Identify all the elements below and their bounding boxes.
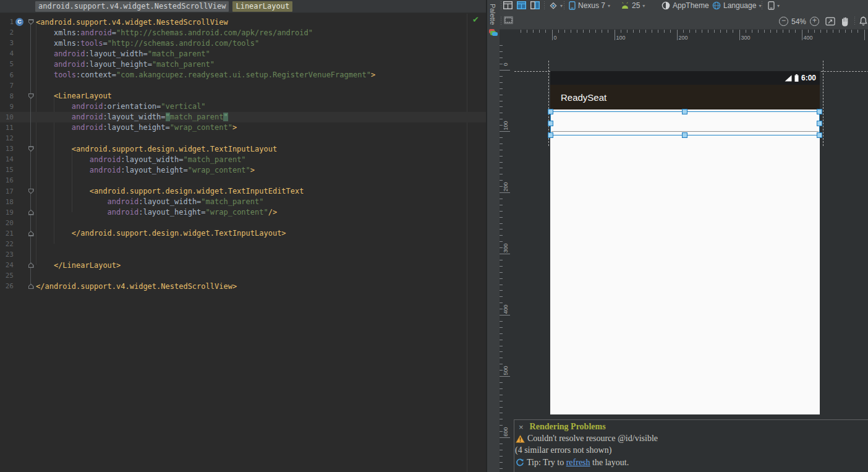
design-toolbar: ▾ Nexus 7 ▾ 25 ▾ AppTheme Language ▾ [500,0,868,30]
fold-collapse-icon[interactable] [28,146,34,152]
code-line[interactable]: 9 android:orientation="vertical" [0,101,486,112]
code-line[interactable]: 20 [0,218,486,228]
code-line[interactable]: 10 android:layout_width="match_parent" [0,112,486,122]
breadcrumb-chip[interactable]: LinearLayout [232,1,292,12]
code-text: xmlns:tools="http://schemas.android.com/… [36,39,259,48]
zoom-out-button[interactable]: − [779,17,788,26]
code-line[interactable]: 26</android.support.v4.widget.NestedScro… [0,281,486,291]
code-line[interactable]: 18 android:layout_width="match_parent" [0,197,486,207]
phone-icon [569,1,576,10]
ruler-label: 0 [554,35,557,41]
line-number: 18 [0,198,14,206]
class-gutter-icon[interactable]: C [15,18,23,26]
ruler-label: 200 [503,182,509,191]
resize-handle-left[interactable] [548,121,553,126]
code-line[interactable]: 16 [0,175,486,186]
screen-mode-button[interactable] [503,15,514,25]
code-line[interactable]: 13 <android.support.design.widget.TextIn… [0,144,486,154]
fold-collapse-icon[interactable] [28,189,34,194]
fold-collapse-icon[interactable] [28,93,34,99]
code-line[interactable]: 6 tools:context="com.akangcupez.readysea… [0,69,486,80]
resize-handle-top-center[interactable] [682,109,687,114]
resize-handle-top-left[interactable] [548,109,553,114]
fold-end-icon[interactable] [28,283,34,289]
breadcrumb-chip[interactable]: android.support.v4.widget.NestedScrollVi… [35,1,229,12]
code-line[interactable]: 4 android:layout_width="match_parent" [0,48,486,59]
line-number: 23 [0,251,14,259]
language-selector[interactable]: Language ▾ [712,1,761,10]
line-number: 20 [0,219,14,227]
inspection-ok-icon[interactable]: ✔ [472,15,479,24]
resize-handle-bottom-right[interactable] [817,132,822,138]
code-line[interactable]: 21 </android.support.design.widget.TextI… [0,228,486,239]
code-line[interactable]: 25 [0,270,486,281]
line-number: 16 [0,176,14,184]
code-text: <LinearLayout [36,92,112,100]
code-text: android:layout_height="wrap_content"> [36,166,255,174]
notifications-button[interactable] [859,16,868,27]
code-line[interactable]: 22 [0,239,486,249]
code-line[interactable]: 11 android:layout_height="wrap_content"> [0,122,486,133]
code-text: tools:context="com.akangcupez.readyseat.… [36,71,375,79]
blueprint-view-button[interactable] [517,1,526,9]
api-level-label: 25 [632,1,640,10]
problem-error-text: Couldn't resolve resource @id/visible [527,434,658,444]
design-view-button[interactable] [503,1,513,9]
code-line[interactable]: 17 <android.support.design.widget.TextIn… [0,186,486,197]
code-text: <android.support.design.widget.TextInput… [36,145,277,153]
resize-handle-bottom-left[interactable] [548,132,553,138]
theme-selector[interactable]: AppTheme [662,1,709,10]
fold-end-icon[interactable] [28,210,34,215]
wifi-icon [785,75,792,82]
device-selector[interactable]: Nexus 7 ▾ [569,1,610,10]
zoom-to-fit-button[interactable] [825,17,835,26]
resize-handle-right[interactable] [817,121,822,126]
rendering-problems-panel: × Rendering Problems Couldn't resolve re… [514,419,868,472]
line-number: 17 [0,187,14,195]
line-number: 5 [0,60,14,68]
ruler-label: 100 [503,121,509,130]
fold-end-icon[interactable] [28,262,34,268]
code-line[interactable]: 24 </LinearLayout> [0,260,486,270]
ruler-label: 400 [503,304,509,314]
refresh-link[interactable]: refresh [566,458,590,467]
orientation-button[interactable]: ▾ [549,1,563,10]
close-icon[interactable]: × [519,423,524,432]
both-views-button[interactable] [530,1,540,9]
code-line[interactable]: 14 android:layout_width="match_parent" [0,154,486,165]
line-number: 19 [0,208,14,217]
horizontal-ruler: 0100200300400 [514,30,868,42]
chevron-down-icon: ▾ [759,3,761,9]
fold-end-icon[interactable] [28,231,34,236]
fold-collapse-icon[interactable] [28,19,34,25]
vertical-ruler: 0100200300400500600 [500,42,514,472]
code-line[interactable]: 7 [0,80,486,91]
resize-handle-top-right[interactable] [817,109,822,114]
code-text: <android.support.design.widget.TextInput… [36,187,304,195]
api-level-selector[interactable]: 25 ▾ [621,1,645,10]
line-number: 13 [0,145,14,153]
xml-editor-panel: android.support.v4.widget.NestedScrollVi… [0,0,486,472]
code-line[interactable]: 15 android:layout_height="wrap_content"> [0,165,486,175]
code-editor[interactable]: 1C<android.support.v4.widget.NestedScrol… [0,14,486,472]
code-text: </android.support.design.widget.TextInpu… [36,229,286,238]
preview-app-bar: ReadySeat [550,85,820,109]
line-number: 15 [0,166,14,174]
code-line[interactable]: 5 android:layout_height="match_parent" [0,59,486,69]
virtual-device-selector[interactable]: ▾ [768,1,780,10]
code-line[interactable]: 12 [0,133,486,144]
pan-button[interactable] [840,16,850,27]
warning-icon [516,435,525,443]
code-line[interactable]: 2 xmlns:android="http://schemas.android.… [0,27,486,38]
code-line[interactable]: 1C<android.support.v4.widget.NestedScrol… [0,17,486,27]
code-line[interactable]: 23 [0,249,486,260]
palette-tab[interactable]: Palette [489,4,496,25]
code-line[interactable]: 19 android:layout_height="wrap_content"/… [0,207,486,218]
resize-handle-bottom-center[interactable] [682,132,687,138]
selection-guide-vertical [823,61,823,146]
zoom-in-button[interactable]: + [810,17,819,26]
code-text: xmlns:android="http://schemas.android.co… [36,28,313,37]
line-number: 11 [0,124,14,132]
code-line[interactable]: 8 <LinearLayout [0,91,486,101]
code-line[interactable]: 3 xmlns:tools="http://schemas.android.co… [0,38,486,48]
